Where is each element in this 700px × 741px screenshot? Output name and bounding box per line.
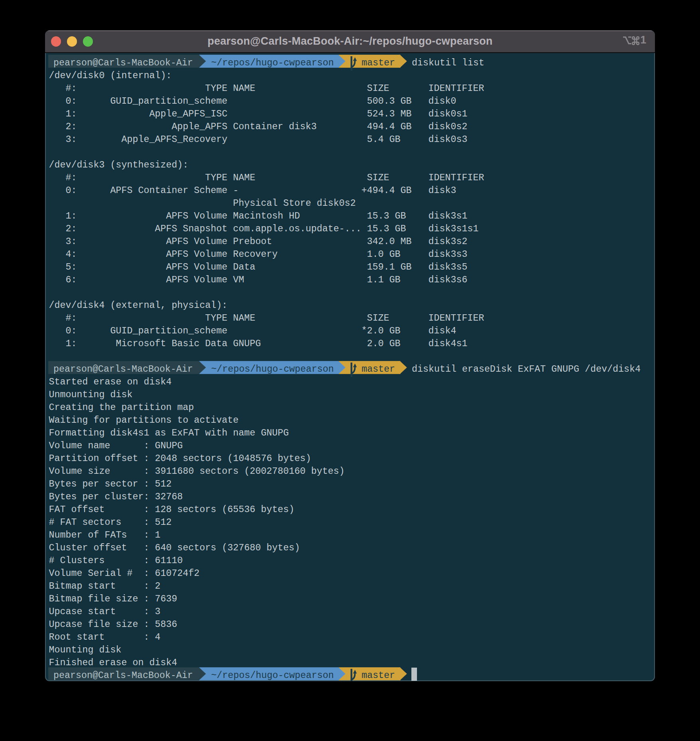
svg-text:~/repos/hugo-cwpearson: ~/repos/hugo-cwpearson [211, 58, 334, 68]
svg-text:master: master [361, 58, 395, 68]
svg-text:pearson@Carls-MacBook-Air: pearson@Carls-MacBook-Air [53, 58, 193, 68]
svg-text:pearson@Carls-MacBook-Air: pearson@Carls-MacBook-Air [53, 364, 193, 374]
svg-text:~/repos/hugo-cwpearson: ~/repos/hugo-cwpearson [211, 364, 334, 374]
svg-text:pearson@Carls-MacBook-Air: pearson@Carls-MacBook-Air [53, 670, 193, 681]
svg-text:master: master [361, 670, 395, 681]
svg-text:~/repos/hugo-cwpearson: ~/repos/hugo-cwpearson [211, 670, 334, 681]
svg-text:master: master [361, 364, 395, 374]
